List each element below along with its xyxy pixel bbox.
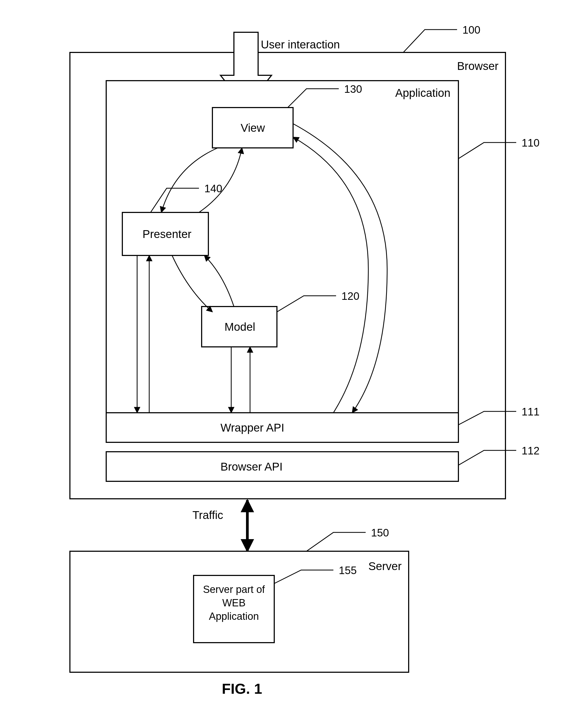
svg-text:140: 140 — [204, 183, 222, 194]
figure-caption: FIG. 1 — [222, 681, 262, 697]
svg-text:150: 150 — [371, 527, 389, 538]
svg-text:100: 100 — [463, 24, 481, 36]
svg-text:112: 112 — [522, 445, 540, 457]
traffic-label: Traffic — [193, 509, 223, 521]
browser-label: Browser — [457, 60, 499, 72]
server-label: Server — [368, 560, 402, 572]
wrapper-api-label: Wrapper API — [221, 421, 284, 434]
browser-api-label: Browser API — [221, 460, 283, 473]
svg-text:130: 130 — [344, 83, 362, 95]
user-interaction-label: User interaction — [261, 38, 340, 51]
svg-text:111: 111 — [522, 406, 540, 418]
presenter-label: Presenter — [142, 228, 192, 240]
server-part-line3: Application — [209, 611, 259, 622]
ref-150: 150 — [306, 527, 389, 551]
model-label: Model — [225, 320, 255, 333]
server-part-line1: Server part of — [203, 584, 265, 595]
server-part-line2: WEB — [222, 597, 246, 609]
svg-text:155: 155 — [339, 564, 357, 576]
view-label: View — [241, 122, 265, 134]
svg-text:120: 120 — [341, 290, 359, 302]
ref-100: 100 — [403, 24, 481, 52]
application-label: Application — [395, 86, 450, 99]
svg-text:110: 110 — [522, 137, 540, 149]
